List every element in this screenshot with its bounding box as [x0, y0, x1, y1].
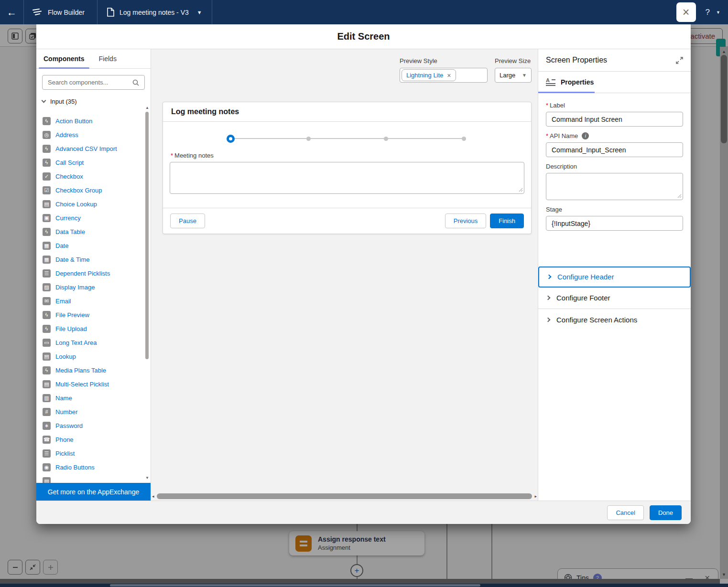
component-list-item[interactable]: ☑ Checkbox Group — [43, 183, 144, 197]
chevron-down-icon: ▼ — [522, 73, 527, 78]
tab-properties-label: Properties — [561, 78, 594, 86]
component-label: Email — [55, 298, 71, 305]
tab-components[interactable]: Components — [43, 49, 85, 68]
configure-footer-label: Configure Footer — [556, 294, 610, 302]
preview-size-select[interactable]: Large ▼ — [495, 68, 532, 83]
tab-properties[interactable]: A Properties — [538, 72, 691, 93]
component-list-item[interactable]: ▤ — [43, 474, 144, 483]
progress-track — [230, 138, 463, 139]
component-list-item[interactable]: ▦ Date & Time — [43, 253, 144, 267]
component-list-item[interactable]: ✉ Email — [43, 294, 144, 308]
component-list-item[interactable]: ▨ Display Image — [43, 280, 144, 294]
screen-preview-card[interactable]: Log meeting notes Meeting notes Pause — [163, 102, 532, 234]
chevron-right-icon — [546, 296, 551, 300]
search-components-input[interactable] — [42, 75, 145, 90]
input-section-label: Input (35) — [50, 98, 77, 105]
modal-title: Edit Screen — [337, 31, 390, 42]
component-list-item[interactable]: ϟ Media Plans Table — [43, 363, 144, 377]
components-scrollbar[interactable]: ▲ ▼ — [144, 106, 150, 481]
info-icon[interactable]: i — [582, 132, 589, 139]
configure-screen-actions-accordion[interactable]: Configure Screen Actions — [538, 309, 691, 331]
scroll-right-icon[interactable]: ▸ — [534, 494, 537, 499]
done-button[interactable]: Done — [650, 505, 682, 520]
cancel-label: Cancel — [616, 509, 635, 516]
component-list-item[interactable]: # Number — [43, 405, 144, 419]
tab-fields[interactable]: Fields — [99, 49, 117, 68]
description-textarea[interactable] — [546, 173, 683, 200]
flow-builder-home[interactable]: Flow Builder — [24, 0, 98, 24]
expand-panel-icon[interactable] — [676, 57, 683, 64]
label-input[interactable] — [546, 112, 683, 127]
component-list-item[interactable]: ϟ File Upload — [43, 322, 144, 336]
stage-input[interactable] — [546, 216, 683, 231]
component-list-item[interactable]: ▤ Choice Lookup — [43, 197, 144, 211]
back-button[interactable]: ← — [0, 0, 24, 24]
configure-footer-accordion[interactable]: Configure Footer — [538, 288, 691, 309]
cancel-button[interactable]: Cancel — [607, 505, 643, 520]
scroll-down-icon[interactable]: ▼ — [144, 476, 150, 480]
component-icon: ☰ — [43, 269, 51, 277]
component-label: Dependent Picklists — [55, 270, 110, 277]
component-list-item[interactable]: ▭ Long Text Area — [43, 336, 144, 350]
component-icon: ▤ — [43, 477, 51, 483]
resize-grip-icon[interactable] — [677, 194, 682, 198]
preview-horizontal-scrollbar[interactable]: ◂ ▸ — [152, 492, 537, 500]
api-name-field-label: API Namei — [546, 132, 683, 139]
component-icon: ϟ — [43, 228, 51, 236]
preview-style-combobox[interactable]: Lightning Lite × — [400, 68, 488, 83]
component-list-item[interactable]: ∗ Password — [43, 419, 144, 433]
component-icon: ▣ — [43, 214, 51, 222]
component-list-item[interactable]: ✓ Checkbox — [43, 170, 144, 183]
finish-button[interactable]: Finish — [490, 213, 524, 228]
chevron-down-icon[interactable]: ▼ — [197, 10, 202, 15]
flow-builder-icon — [32, 8, 43, 17]
api-name-input[interactable] — [546, 142, 683, 157]
stage-field-label: Stage — [546, 206, 683, 213]
component-label: Checkbox Group — [55, 187, 102, 194]
pause-button[interactable]: Pause — [170, 213, 205, 228]
input-section-toggle[interactable]: Input (35) — [36, 94, 151, 108]
component-label: Picklist — [55, 450, 75, 457]
component-list-item[interactable]: ◉ Radio Buttons — [43, 460, 144, 474]
component-list-item[interactable]: ϟ Action Button — [43, 114, 144, 128]
description-field-label: Description — [546, 163, 683, 170]
appexchange-banner[interactable]: Get more on the AppExchange — [36, 483, 151, 501]
component-list-item[interactable]: ▤ Multi-Select Picklist — [43, 377, 144, 391]
scrollbar-thumb[interactable] — [145, 112, 149, 359]
component-list-item[interactable]: ϟ Data Table — [43, 225, 144, 239]
modal-close-button[interactable]: × — [676, 2, 696, 22]
component-list-item[interactable]: ϟ Call Script — [43, 156, 144, 170]
meeting-notes-label: Meeting notes — [171, 152, 523, 159]
help-menu[interactable]: ? ▼ — [706, 8, 720, 17]
preview-size-control: Preview Size Large ▼ — [495, 57, 532, 83]
active-tab-underline — [538, 92, 595, 93]
finish-label: Finish — [499, 217, 515, 224]
component-list-item[interactable]: ▥ Name — [43, 391, 144, 405]
component-list-item[interactable]: ☰ Dependent Picklists — [43, 267, 144, 280]
scrollbar-thumb[interactable] — [157, 493, 532, 499]
preview-style-pill[interactable]: Lightning Lite × — [402, 69, 456, 81]
component-list-item[interactable]: ϟ Advanced CSV Import — [43, 142, 144, 156]
component-label: File Preview — [55, 311, 89, 319]
component-list-item[interactable]: ϟ File Preview — [43, 308, 144, 322]
screen-title: Log meeting notes — [171, 107, 239, 116]
previous-button[interactable]: Previous — [445, 213, 487, 228]
progress-step-dot — [306, 137, 311, 141]
component-icon: ✓ — [43, 172, 51, 181]
scroll-left-icon[interactable]: ◂ — [152, 494, 154, 499]
component-list-item[interactable]: ▣ Currency — [43, 211, 144, 225]
component-icon: ☎ — [43, 436, 51, 444]
properties-icon: A — [546, 78, 555, 86]
component-list-item[interactable]: ◎ Address — [43, 128, 144, 142]
component-label: Password — [55, 422, 83, 429]
configure-header-accordion[interactable]: Configure Header — [538, 267, 691, 288]
component-list-item[interactable]: ▦ Date — [43, 239, 144, 253]
meeting-notes-textarea[interactable] — [170, 162, 524, 194]
component-list-item[interactable]: ☎ Phone — [43, 433, 144, 447]
remove-icon[interactable]: × — [447, 72, 451, 79]
resize-grip-icon[interactable] — [519, 188, 523, 192]
component-list-item[interactable]: ☰ Picklist — [43, 447, 144, 460]
scroll-up-icon[interactable]: ▲ — [144, 106, 150, 110]
component-list-item[interactable]: ▤ Lookup — [43, 350, 144, 363]
flow-tab[interactable]: Log meeting notes - V3 ▼ — [98, 0, 212, 24]
